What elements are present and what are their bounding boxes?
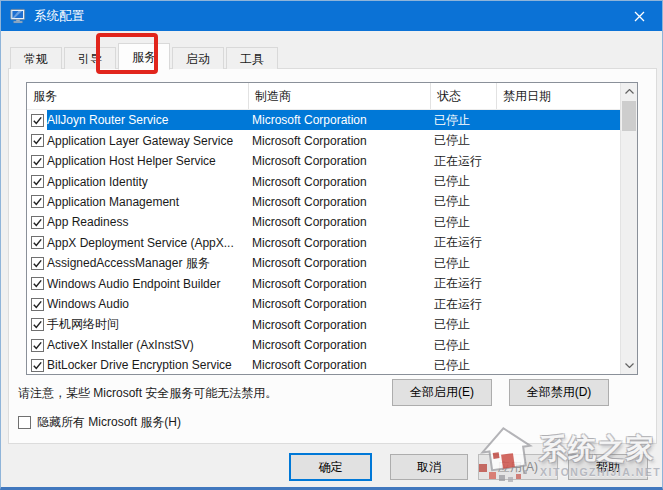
status-cell: 已停止 [428, 132, 494, 149]
status-cell: 已停止 [428, 112, 494, 129]
checkmark-icon [32, 340, 43, 351]
manufacturer-cell: Microsoft Corporation [246, 175, 428, 189]
service-name-cell: AssignedAccessManager 服务 [44, 255, 246, 272]
service-row[interactable]: AssignedAccessManager 服务Microsoft Corpor… [27, 253, 620, 273]
manufacturer-cell: Microsoft Corporation [246, 358, 428, 372]
checkmark-icon [32, 258, 43, 269]
service-row[interactable]: 手机网络时间Microsoft Corporation已停止 [27, 314, 620, 334]
checkmark-icon [32, 196, 43, 207]
status-cell: 已停止 [428, 357, 494, 374]
service-name-cell: BitLocker Drive Encryption Service [44, 358, 246, 372]
service-name-cell: Application Layer Gateway Service [44, 134, 246, 148]
service-row[interactable]: ActiveX Installer (AxInstSV)Microsoft Co… [27, 335, 620, 355]
service-row[interactable]: AllJoyn Router ServiceMicrosoft Corporat… [27, 110, 620, 130]
service-name-cell: Application Management [44, 195, 246, 209]
service-checkbox[interactable] [31, 359, 44, 372]
status-cell: 正在运行 [428, 275, 494, 292]
service-row[interactable]: Application ManagementMicrosoft Corporat… [27, 192, 620, 212]
service-name-cell: Application Host Helper Service [44, 154, 246, 168]
tab-boot[interactable]: 引导 [64, 47, 116, 69]
service-checkbox[interactable] [31, 134, 44, 147]
status-cell: 正在运行 [428, 234, 494, 251]
service-checkbox[interactable] [31, 114, 44, 127]
checkmark-icon [32, 115, 43, 126]
service-name-cell: Windows Audio [44, 297, 246, 311]
warning-note: 请注意，某些 Microsoft 安全服务可能无法禁用。 [18, 385, 277, 402]
hide-microsoft-services-label: 隐藏所有 Microsoft 服务(H) [37, 414, 181, 431]
checkmark-icon [32, 135, 43, 146]
service-checkbox[interactable] [31, 277, 44, 290]
manufacturer-cell: Microsoft Corporation [246, 277, 428, 291]
service-checkbox[interactable] [31, 236, 44, 249]
column-header-date-disabled[interactable]: 禁用日期 [497, 83, 620, 109]
status-cell: 已停止 [428, 255, 494, 272]
status-cell: 已停止 [428, 316, 494, 333]
scrollbar-thumb[interactable] [622, 101, 636, 131]
cancel-button[interactable]: 取消 [390, 454, 468, 480]
tab-tools[interactable]: 工具 [226, 47, 278, 69]
manufacturer-cell: Microsoft Corporation [246, 195, 428, 209]
msconfig-monitor-icon [10, 8, 26, 24]
column-header-status[interactable]: 状态 [431, 83, 497, 109]
service-row[interactable]: Application Layer Gateway ServiceMicroso… [27, 130, 620, 150]
enable-all-button[interactable]: 全部启用(E) [392, 379, 492, 406]
service-checkbox[interactable] [31, 175, 44, 188]
checkmark-icon [32, 237, 43, 248]
close-x-icon [634, 11, 645, 22]
tab-startup[interactable]: 启动 [172, 47, 224, 69]
scrollbar-track[interactable] [621, 131, 637, 357]
service-row[interactable]: Application Host Helper ServiceMicrosoft… [27, 151, 620, 171]
service-checkbox[interactable] [31, 339, 44, 352]
service-name-cell: AppX Deployment Service (AppX... [44, 236, 246, 250]
service-name-cell: App Readiness [44, 215, 246, 229]
system-config-dialog: 系统配置 常规引导服务启动工具 服务制造商状态禁用日期 AllJoyn Rout… [0, 0, 663, 490]
help-button[interactable]: 帮助 [568, 454, 648, 480]
service-row[interactable]: Windows Audio Endpoint BuilderMicrosoft … [27, 274, 620, 294]
hide-microsoft-services-row[interactable]: 隐藏所有 Microsoft 服务(H) [18, 414, 181, 431]
service-row[interactable]: AppX Deployment Service (AppX...Microsof… [27, 233, 620, 253]
column-header-manufacturer[interactable]: 制造商 [249, 83, 431, 109]
service-checkbox[interactable] [31, 257, 44, 270]
ok-button[interactable]: 确定 [289, 453, 372, 481]
service-row[interactable]: App ReadinessMicrosoft Corporation已停止 [27, 212, 620, 232]
service-checkbox[interactable] [31, 155, 44, 168]
services-table: 服务制造商状态禁用日期 AllJoyn Router ServiceMicros… [26, 82, 638, 375]
hide-microsoft-services-checkbox[interactable] [18, 416, 31, 429]
chevron-down-icon [625, 363, 634, 368]
apply-button[interactable]: 应用(A) [478, 454, 558, 480]
column-header-service[interactable]: 服务 [27, 83, 249, 109]
checkmark-icon [32, 176, 43, 187]
status-cell: 已停止 [428, 173, 494, 190]
service-row[interactable]: Windows AudioMicrosoft Corporation正在运行 [27, 294, 620, 314]
status-cell: 正在运行 [428, 296, 494, 313]
services-tab-page: 服务制造商状态禁用日期 AllJoyn Router ServiceMicros… [8, 68, 657, 444]
chevron-up-icon [625, 89, 634, 94]
scroll-down-button[interactable] [621, 357, 637, 374]
service-name-cell: AllJoyn Router Service [44, 113, 246, 127]
service-checkbox[interactable] [31, 216, 44, 229]
status-cell: 已停止 [428, 214, 494, 231]
tab-general[interactable]: 常规 [10, 47, 62, 69]
manufacturer-cell: Microsoft Corporation [246, 113, 428, 127]
service-name-cell: Windows Audio Endpoint Builder [44, 277, 246, 291]
service-checkbox[interactable] [31, 298, 44, 311]
status-cell: 已停止 [428, 193, 494, 210]
status-cell: 正在运行 [428, 153, 494, 170]
disable-all-button[interactable]: 全部禁用(D) [509, 379, 609, 406]
service-name-cell: Application Identity [44, 175, 246, 189]
scroll-up-button[interactable] [621, 83, 637, 100]
service-checkbox[interactable] [31, 195, 44, 208]
manufacturer-cell: Microsoft Corporation [246, 256, 428, 270]
close-button[interactable] [617, 1, 662, 31]
service-name-cell: 手机网络时间 [44, 316, 246, 333]
service-name-cell: ActiveX Installer (AxInstSV) [44, 338, 246, 352]
vertical-scrollbar[interactable] [620, 83, 637, 374]
manufacturer-cell: Microsoft Corporation [246, 338, 428, 352]
table-body: AllJoyn Router ServiceMicrosoft Corporat… [27, 110, 620, 374]
service-row[interactable]: BitLocker Drive Encryption ServiceMicros… [27, 355, 620, 374]
service-checkbox[interactable] [31, 318, 44, 331]
tab-services[interactable]: 服务 [118, 43, 170, 70]
manufacturer-cell: Microsoft Corporation [246, 215, 428, 229]
manufacturer-cell: Microsoft Corporation [246, 154, 428, 168]
service-row[interactable]: Application IdentityMicrosoft Corporatio… [27, 171, 620, 191]
